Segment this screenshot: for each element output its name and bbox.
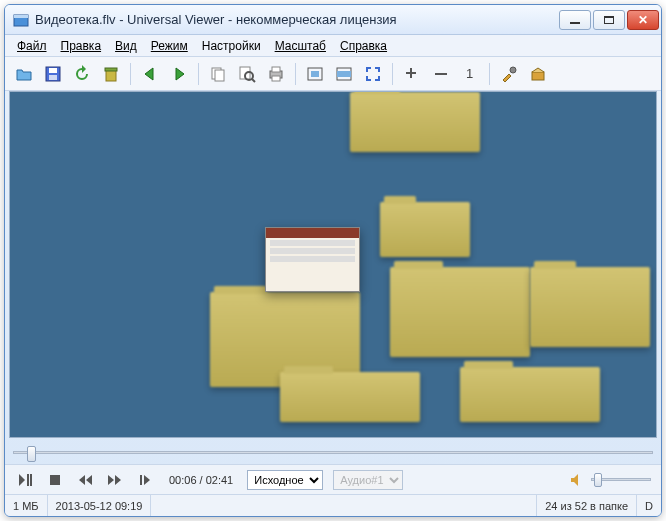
video-content-folder [390,267,530,357]
svg-rect-1 [14,15,28,18]
svg-point-20 [510,67,516,73]
seek-thumb[interactable] [27,446,36,462]
step-button[interactable] [135,470,155,490]
menu-help[interactable]: Справка [334,37,393,55]
print-button[interactable] [263,61,289,87]
tools-button[interactable] [496,61,522,87]
svg-rect-3 [49,68,57,73]
maximize-button[interactable] [593,10,625,30]
statusbar: 1 МБ 2013-05-12 09:19 24 из 52 в папке D [5,494,661,516]
svg-rect-4 [49,75,57,80]
app-icon [13,12,29,28]
reload-button[interactable] [69,61,95,87]
seek-track [13,451,653,454]
toolbar-separator [130,63,131,85]
fit-width-button[interactable] [331,61,357,87]
menubar: Файл Правка Вид Режим Настройки Масштаб … [5,35,661,57]
forward-button[interactable] [166,61,192,87]
volume-slider[interactable] [591,478,651,481]
seek-bar[interactable] [13,442,653,464]
toolbar: 1 [5,57,661,91]
zoom-out-button[interactable] [428,61,454,87]
app-window: Видеотека.flv - Universal Viewer - неком… [4,4,662,517]
svg-rect-24 [50,475,60,485]
video-content-folder [280,372,420,422]
svg-rect-25 [140,475,142,485]
zoom-in-button[interactable] [399,61,425,87]
menu-zoom[interactable]: Масштаб [269,37,332,55]
toolbar-separator [198,63,199,85]
fullscreen-button[interactable] [360,61,386,87]
video-content-window [265,227,360,292]
delete-button[interactable] [98,61,124,87]
minimize-button[interactable] [559,10,591,30]
audio-track-select[interactable]: Аудио#1 [333,470,403,490]
fit-window-button[interactable] [302,61,328,87]
svg-rect-5 [106,70,116,81]
toolbar-separator [489,63,490,85]
video-content-folder [350,92,480,152]
svg-rect-8 [215,70,224,81]
svg-rect-18 [337,71,351,77]
svg-text:1: 1 [466,66,473,81]
titlebar[interactable]: Видеотека.flv - Universal Viewer - неком… [5,5,661,35]
status-date: 2013-05-12 09:19 [48,495,152,516]
svg-rect-6 [105,68,117,71]
menu-edit[interactable]: Правка [55,37,108,55]
svg-rect-22 [27,474,29,486]
volume-thumb[interactable] [594,473,602,487]
status-filesize: 1 МБ [5,495,48,516]
fast-forward-button[interactable] [105,470,125,490]
video-viewport[interactable] [9,91,657,438]
svg-line-11 [252,79,255,82]
menu-settings[interactable]: Настройки [196,37,267,55]
zoom-100-button[interactable]: 1 [457,61,483,87]
window-title: Видеотека.flv - Universal Viewer - неком… [35,12,559,27]
volume-icon[interactable] [567,470,587,490]
scale-select[interactable]: Исходное [247,470,323,490]
menu-view[interactable]: Вид [109,37,143,55]
svg-rect-16 [311,71,319,77]
time-display: 00:06 / 02:41 [165,474,237,486]
status-position: 24 из 52 в папке [537,495,637,516]
svg-rect-13 [272,67,280,72]
back-button[interactable] [137,61,163,87]
menu-mode[interactable]: Режим [145,37,194,55]
search-button[interactable] [234,61,260,87]
playback-controls: 00:06 / 02:41 Исходное Аудио#1 [5,464,661,494]
plugins-button[interactable] [525,61,551,87]
svg-rect-23 [30,474,32,486]
menu-file[interactable]: Файл [11,37,53,55]
video-content-folder [380,202,470,257]
play-pause-button[interactable] [15,470,35,490]
stop-button[interactable] [45,470,65,490]
rewind-button[interactable] [75,470,95,490]
toolbar-separator [392,63,393,85]
video-content-folder [530,267,650,347]
save-button[interactable] [40,61,66,87]
open-button[interactable] [11,61,37,87]
copy-button[interactable] [205,61,231,87]
toolbar-separator [295,63,296,85]
close-button[interactable]: ✕ [627,10,659,30]
status-spacer [151,495,537,516]
status-extra: D [637,495,661,516]
svg-rect-14 [272,76,280,81]
video-content-folder [460,367,600,422]
svg-rect-21 [532,72,544,80]
